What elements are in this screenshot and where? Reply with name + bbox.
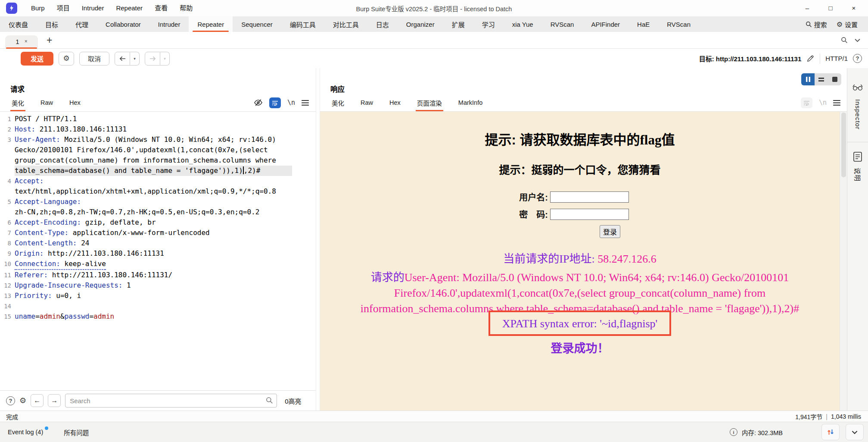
main-tab-collaborator[interactable]: Collaborator [97, 16, 149, 32]
scrollbar-thumb[interactable] [841, 113, 846, 177]
main-tab-sequencer[interactable]: Sequencer [233, 16, 281, 32]
main-tab-rvscan[interactable]: RVScan [542, 16, 583, 32]
main-tab-hae[interactable]: HaE [628, 16, 658, 32]
main-tab-apifinder[interactable]: APIFinder [582, 16, 628, 32]
close-button[interactable]: × [842, 0, 865, 16]
back-history-dropdown[interactable]: ▾ [130, 52, 140, 66]
request-line[interactable]: 7Content-Type: application/x-www-form-ur… [0, 228, 316, 238]
main-tab-学习[interactable]: 学习 [473, 16, 504, 32]
show-newlines-toggle[interactable]: \n [287, 99, 295, 107]
search-prev-button[interactable]: ← [31, 394, 44, 407]
request-line[interactable]: 10Connection: keep-alive [0, 259, 316, 270]
menu-item-项目[interactable]: 项目 [51, 0, 76, 16]
forward-history-dropdown[interactable]: ▾ [160, 52, 170, 66]
response-tab-hex[interactable]: Hex [388, 94, 402, 111]
request-tab-raw[interactable]: Raw [39, 94, 54, 111]
main-tab-rvscan[interactable]: RVScan [658, 16, 699, 32]
request-line[interactable]: 12Upgrade-Insecure-Requests: 1 [0, 280, 316, 291]
request-line[interactable]: Gecko/20100101 Firefox/146.0',updatexml(… [0, 145, 316, 155]
editor-menu-icon[interactable] [833, 100, 840, 106]
request-tab-hex[interactable]: Hex [68, 94, 82, 111]
chevron-down-icon[interactable] [855, 38, 860, 42]
request-line[interactable]: 13Priority: u=0, i [0, 291, 316, 301]
request-editor[interactable]: 1POST / HTTP/1.12Host: 211.103.180.146:1… [0, 112, 316, 390]
pause-button[interactable] [801, 73, 815, 85]
main-tab-仪表盘[interactable]: 仪表盘 [0, 16, 37, 32]
request-line[interactable]: text/html,application/xhtml+xml,applicat… [0, 186, 316, 197]
cancel-button[interactable]: 取消 [79, 52, 109, 66]
request-line[interactable]: 8Content-Length: 24 [0, 238, 316, 248]
response-tab-raw[interactable]: Raw [359, 94, 374, 111]
request-line[interactable]: 2Host: 211.103.180.146:11131 [0, 124, 316, 135]
send-button[interactable]: 发送 [21, 52, 53, 66]
add-tab-button[interactable]: + [47, 32, 52, 48]
pencil-edit-icon[interactable] [806, 54, 815, 63]
menu-item-repeater[interactable]: Repeater [110, 0, 149, 16]
back-arrow-button[interactable] [115, 52, 130, 66]
main-tab-对比工具[interactable]: 对比工具 [324, 16, 367, 32]
hide-eye-icon[interactable] [254, 98, 263, 107]
forward-arrow-button[interactable] [145, 52, 160, 66]
help-icon[interactable]: ? [853, 54, 862, 63]
sync-button[interactable] [821, 424, 840, 440]
collapse-button[interactable] [846, 424, 864, 440]
response-tab-markinfo[interactable]: MarkInfo [457, 94, 484, 111]
request-tab-美化[interactable]: 美化 [10, 94, 25, 111]
request-line[interactable]: 6Accept-Encoding: gzip, deflate, br [0, 217, 316, 228]
main-tab-repeater[interactable]: Repeater [189, 16, 233, 32]
word-wrap-toggle[interactable] [801, 97, 812, 108]
all-issues-tab[interactable]: 所有问题 [64, 428, 89, 437]
http-version-selector[interactable]: HTTP/1 [825, 55, 848, 62]
main-tab-organizer[interactable]: Organizer [398, 16, 443, 32]
notes-tab[interactable]: 说明 [853, 168, 862, 182]
inspector-tab[interactable]: Inspector [854, 99, 862, 130]
menu-item-intruder[interactable]: Intruder [76, 0, 110, 16]
main-tab-扩展[interactable]: 扩展 [443, 16, 473, 32]
session-tab-1[interactable]: 1 × [5, 35, 38, 48]
search-icon[interactable] [841, 37, 848, 44]
request-line[interactable]: 1POST / HTTP/1.1 [0, 114, 316, 124]
request-line[interactable]: group_concat(column_name) from informati… [0, 155, 316, 166]
incognito-glasses-icon[interactable] [852, 84, 863, 91]
login-button[interactable]: 登录 [600, 225, 620, 238]
request-line[interactable]: 4Accept: [0, 176, 316, 186]
info-icon[interactable]: i [730, 428, 737, 436]
menu-item-帮助[interactable]: 帮助 [174, 0, 199, 16]
request-line[interactable]: zh-CN,zh;q=0.8,zh-TW;q=0.7,zh-HK;q=0.5,e… [0, 207, 316, 217]
request-line[interactable]: 15uname=admin&passwd=admin [0, 311, 316, 322]
stop-button[interactable] [828, 73, 841, 85]
search-input[interactable] [65, 394, 277, 408]
main-tab-intruder[interactable]: Intruder [149, 16, 189, 32]
response-tab-美化[interactable]: 美化 [330, 94, 345, 111]
settings-button[interactable]: ⚙ 设置 [833, 20, 861, 29]
gear-icon[interactable]: ⚙ [19, 396, 26, 405]
event-log-tab[interactable]: Event log (4) [8, 429, 47, 436]
request-settings-button[interactable]: ⚙ [59, 52, 74, 66]
main-tab-编码工具[interactable]: 编码工具 [281, 16, 324, 32]
response-tab-页面渲染[interactable]: 页面渲染 [416, 94, 443, 111]
notes-document-icon[interactable] [853, 152, 862, 162]
request-line[interactable]: 9Origin: http://211.103.180.146:11131 [0, 248, 316, 259]
editor-menu-icon[interactable] [302, 100, 309, 106]
show-newlines-toggle[interactable]: \n [819, 99, 827, 107]
request-line[interactable]: 14 [0, 301, 316, 311]
request-line[interactable]: 5Accept-Language: [0, 197, 316, 207]
menu-item-查看[interactable]: 查看 [149, 0, 174, 16]
word-wrap-toggle[interactable] [269, 97, 281, 108]
main-tab-目标[interactable]: 目标 [37, 16, 67, 32]
global-search-button[interactable]: 搜索 [802, 20, 831, 29]
maximize-button[interactable]: □ [819, 0, 842, 16]
request-line[interactable]: table_schema=database() and table_name =… [0, 166, 316, 176]
minimize-button[interactable]: – [796, 0, 819, 16]
password-input[interactable] [550, 209, 629, 220]
help-icon[interactable]: ? [6, 396, 15, 405]
panel-splitter[interactable] [316, 68, 320, 411]
search-next-button[interactable]: → [48, 394, 61, 407]
main-tab-日志[interactable]: 日志 [367, 16, 398, 32]
lines-view-button[interactable] [815, 73, 828, 85]
close-tab-icon[interactable]: × [25, 38, 28, 44]
menu-item-burp[interactable]: Burp [25, 0, 51, 16]
request-line[interactable]: 3User-Agent: Mozilla/5.0 (Windows NT 10.… [0, 135, 316, 145]
username-input[interactable] [550, 191, 629, 203]
main-tab-代理[interactable]: 代理 [67, 16, 97, 32]
